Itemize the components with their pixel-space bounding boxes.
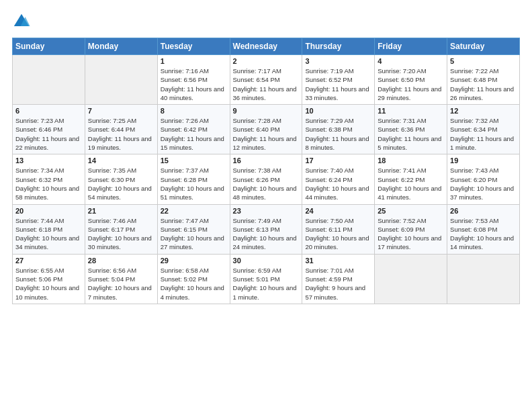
day-cell: 8Sunrise: 7:26 AMSunset: 6:42 PMDaylight… <box>157 105 230 154</box>
day-number: 3 <box>305 57 371 65</box>
week-row-1: 6Sunrise: 7:23 AMSunset: 6:46 PMDaylight… <box>13 105 520 154</box>
day-cell: 15Sunrise: 7:37 AMSunset: 6:28 PMDayligh… <box>157 154 230 204</box>
weekday-header-row: SundayMondayTuesdayWednesdayThursdayFrid… <box>13 38 520 55</box>
calendar-body: 1Sunrise: 7:16 AMSunset: 6:56 PMDaylight… <box>13 55 520 304</box>
day-number: 14 <box>88 156 154 165</box>
day-info: Sunrise: 7:41 AMSunset: 6:22 PMDaylight:… <box>378 166 444 201</box>
weekday-header-friday: Friday <box>375 38 447 55</box>
day-info: Sunrise: 7:47 AMSunset: 6:15 PMDaylight:… <box>161 216 227 252</box>
day-cell: 16Sunrise: 7:38 AMSunset: 6:26 PMDayligh… <box>230 154 302 204</box>
day-info: Sunrise: 7:49 AMSunset: 6:13 PMDaylight:… <box>233 216 300 252</box>
day-info: Sunrise: 7:32 AMSunset: 6:34 PMDaylight:… <box>450 116 517 152</box>
day-info: Sunrise: 7:29 AMSunset: 6:38 PMDaylight:… <box>305 116 371 152</box>
day-cell: 14Sunrise: 7:35 AMSunset: 6:30 PMDayligh… <box>85 154 157 204</box>
day-cell: 4Sunrise: 7:20 AMSunset: 6:50 PMDaylight… <box>375 55 447 105</box>
day-number: 18 <box>378 156 444 165</box>
day-info: Sunrise: 7:50 AMSunset: 6:11 PMDaylight:… <box>305 216 371 252</box>
calendar: SundayMondayTuesdayWednesdayThursdayFrid… <box>12 38 520 304</box>
day-number: 16 <box>233 156 300 165</box>
day-number: 6 <box>15 107 82 115</box>
day-cell: 23Sunrise: 7:49 AMSunset: 6:13 PMDayligh… <box>230 204 302 254</box>
day-number: 13 <box>15 156 82 165</box>
day-cell: 11Sunrise: 7:31 AMSunset: 6:36 PMDayligh… <box>375 105 447 154</box>
day-info: Sunrise: 7:31 AMSunset: 6:36 PMDaylight:… <box>378 116 444 152</box>
day-info: Sunrise: 6:58 AMSunset: 5:02 PMDaylight:… <box>161 266 227 302</box>
weekday-header-saturday: Saturday <box>447 38 520 55</box>
day-cell: 26Sunrise: 7:53 AMSunset: 6:08 PMDayligh… <box>447 204 520 254</box>
day-info: Sunrise: 7:23 AMSunset: 6:46 PMDaylight:… <box>15 116 82 152</box>
day-cell <box>13 55 85 105</box>
day-info: Sunrise: 7:28 AMSunset: 6:40 PMDaylight:… <box>233 116 300 152</box>
day-cell: 29Sunrise: 6:58 AMSunset: 5:02 PMDayligh… <box>157 254 230 304</box>
day-info: Sunrise: 7:22 AMSunset: 6:48 PMDaylight:… <box>450 66 517 102</box>
day-info: Sunrise: 7:16 AMSunset: 6:56 PMDaylight:… <box>161 66 227 102</box>
day-number: 12 <box>450 107 517 115</box>
day-cell: 20Sunrise: 7:44 AMSunset: 6:18 PMDayligh… <box>13 204 85 254</box>
day-number: 19 <box>450 156 517 165</box>
week-row-0: 1Sunrise: 7:16 AMSunset: 6:56 PMDaylight… <box>13 55 520 105</box>
day-info: Sunrise: 7:40 AMSunset: 6:24 PMDaylight:… <box>305 166 371 201</box>
day-cell: 30Sunrise: 6:59 AMSunset: 5:01 PMDayligh… <box>230 254 302 304</box>
day-info: Sunrise: 7:01 AMSunset: 4:59 PMDaylight:… <box>305 266 371 302</box>
day-cell: 24Sunrise: 7:50 AMSunset: 6:11 PMDayligh… <box>302 204 375 254</box>
day-cell: 13Sunrise: 7:34 AMSunset: 6:32 PMDayligh… <box>13 154 85 204</box>
day-cell: 7Sunrise: 7:25 AMSunset: 6:44 PMDaylight… <box>85 105 157 154</box>
week-row-3: 20Sunrise: 7:44 AMSunset: 6:18 PMDayligh… <box>13 204 520 254</box>
day-cell: 5Sunrise: 7:22 AMSunset: 6:48 PMDaylight… <box>447 55 520 105</box>
day-number: 31 <box>305 257 371 265</box>
day-cell <box>85 55 157 105</box>
day-number: 17 <box>305 156 371 165</box>
day-number: 28 <box>88 257 154 265</box>
day-info: Sunrise: 7:35 AMSunset: 6:30 PMDaylight:… <box>88 166 154 201</box>
weekday-header-thursday: Thursday <box>302 38 375 55</box>
day-number: 22 <box>161 207 227 215</box>
logo <box>12 12 34 31</box>
day-cell: 6Sunrise: 7:23 AMSunset: 6:46 PMDaylight… <box>13 105 85 154</box>
day-cell: 25Sunrise: 7:52 AMSunset: 6:09 PMDayligh… <box>375 204 447 254</box>
day-info: Sunrise: 7:34 AMSunset: 6:32 PMDaylight:… <box>15 166 82 201</box>
day-number: 9 <box>233 107 300 115</box>
day-cell: 28Sunrise: 6:56 AMSunset: 5:04 PMDayligh… <box>85 254 157 304</box>
day-cell: 31Sunrise: 7:01 AMSunset: 4:59 PMDayligh… <box>302 254 375 304</box>
day-cell: 22Sunrise: 7:47 AMSunset: 6:15 PMDayligh… <box>157 204 230 254</box>
day-cell: 21Sunrise: 7:46 AMSunset: 6:17 PMDayligh… <box>85 204 157 254</box>
day-info: Sunrise: 7:37 AMSunset: 6:28 PMDaylight:… <box>161 166 227 201</box>
day-number: 10 <box>305 107 371 115</box>
day-number: 26 <box>450 207 517 215</box>
day-cell: 2Sunrise: 7:17 AMSunset: 6:54 PMDaylight… <box>230 55 302 105</box>
day-number: 2 <box>233 57 300 65</box>
day-number: 11 <box>378 107 444 115</box>
day-cell: 10Sunrise: 7:29 AMSunset: 6:38 PMDayligh… <box>302 105 375 154</box>
day-cell: 1Sunrise: 7:16 AMSunset: 6:56 PMDaylight… <box>157 55 230 105</box>
day-number: 30 <box>233 257 300 265</box>
day-cell: 17Sunrise: 7:40 AMSunset: 6:24 PMDayligh… <box>302 154 375 204</box>
day-number: 8 <box>161 107 227 115</box>
day-info: Sunrise: 7:44 AMSunset: 6:18 PMDaylight:… <box>15 216 82 252</box>
day-info: Sunrise: 7:38 AMSunset: 6:26 PMDaylight:… <box>233 166 300 201</box>
day-info: Sunrise: 7:26 AMSunset: 6:42 PMDaylight:… <box>161 116 227 152</box>
day-info: Sunrise: 7:20 AMSunset: 6:50 PMDaylight:… <box>378 66 444 102</box>
day-cell: 18Sunrise: 7:41 AMSunset: 6:22 PMDayligh… <box>375 154 447 204</box>
day-info: Sunrise: 7:43 AMSunset: 6:20 PMDaylight:… <box>450 166 517 201</box>
logo-icon <box>12 12 31 31</box>
day-cell: 19Sunrise: 7:43 AMSunset: 6:20 PMDayligh… <box>447 154 520 204</box>
day-number: 1 <box>161 57 227 65</box>
weekday-header-wednesday: Wednesday <box>230 38 302 55</box>
page: SundayMondayTuesdayWednesdayThursdayFrid… <box>0 0 532 411</box>
day-number: 29 <box>161 257 227 265</box>
day-info: Sunrise: 6:55 AMSunset: 5:06 PMDaylight:… <box>15 266 82 302</box>
weekday-header-tuesday: Tuesday <box>157 38 230 55</box>
weekday-header-monday: Monday <box>85 38 157 55</box>
day-cell: 3Sunrise: 7:19 AMSunset: 6:52 PMDaylight… <box>302 55 375 105</box>
day-number: 4 <box>378 57 444 65</box>
day-info: Sunrise: 7:17 AMSunset: 6:54 PMDaylight:… <box>233 66 300 102</box>
day-cell <box>375 254 447 304</box>
header <box>12 12 520 31</box>
day-number: 7 <box>88 107 154 115</box>
week-row-2: 13Sunrise: 7:34 AMSunset: 6:32 PMDayligh… <box>13 154 520 204</box>
day-cell: 9Sunrise: 7:28 AMSunset: 6:40 PMDaylight… <box>230 105 302 154</box>
day-number: 5 <box>450 57 517 65</box>
day-number: 23 <box>233 207 300 215</box>
day-cell <box>447 254 520 304</box>
day-info: Sunrise: 7:52 AMSunset: 6:09 PMDaylight:… <box>378 216 444 252</box>
